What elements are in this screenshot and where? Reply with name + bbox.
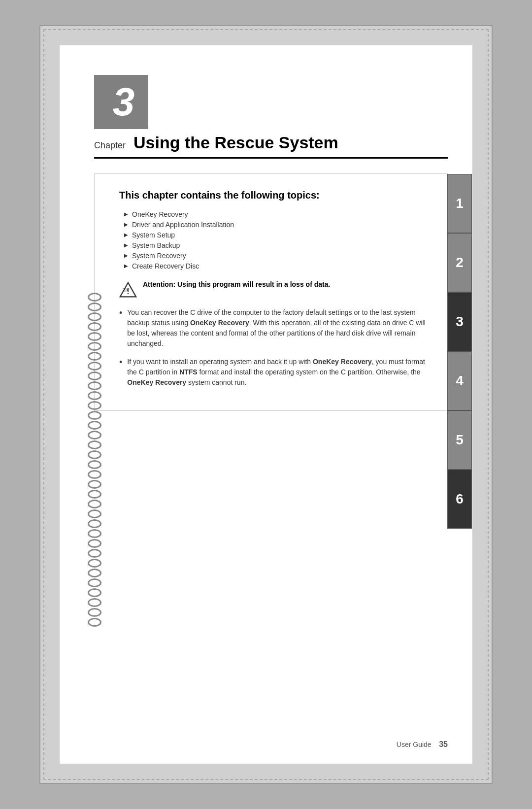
spiral-ring <box>88 381 101 390</box>
section-heading: This chapter contains the following topi… <box>119 189 432 202</box>
spiral-ring <box>88 608 101 617</box>
chapter-title: Using the Rescue System <box>133 133 338 152</box>
spiral-ring <box>88 490 101 499</box>
footer-guide-label: User Guide <box>397 741 432 748</box>
content-inner: This chapter contains the following topi… <box>119 189 432 388</box>
spiral-ring <box>88 303 101 311</box>
chapter-divider <box>94 157 448 159</box>
bullet-points: You can recover the C drive of the compu… <box>119 307 432 388</box>
topics-list: OneKey Recovery Driver and Application I… <box>119 210 432 270</box>
spiral-ring <box>88 450 101 459</box>
bullet-item-2: If you want to install an operating syst… <box>119 357 432 388</box>
spiral-ring <box>88 549 101 558</box>
footer-page-number: 35 <box>439 740 448 748</box>
spiral-ring <box>88 578 101 587</box>
spiral-ring <box>88 431 101 439</box>
chapter-number-box: 3 <box>94 75 148 129</box>
tab-3: 3 <box>447 292 472 351</box>
list-item: Driver and Application Installation <box>124 221 432 229</box>
spiral-ring <box>88 588 101 597</box>
warning-icon: ! )))) <box>119 281 137 299</box>
spiral-ring <box>88 401 101 410</box>
spiral-ring <box>88 421 101 430</box>
list-item: System Setup <box>124 231 432 239</box>
spiral-ring <box>88 293 101 302</box>
spiral-ring <box>88 539 101 548</box>
tab-5: 5 <box>447 410 472 470</box>
list-item: System Backup <box>124 241 432 249</box>
attention-text: Attention: Using this program will resul… <box>143 280 330 290</box>
chapter-tabs: 1 2 3 4 5 6 <box>447 174 472 529</box>
spiral-ring <box>88 569 101 577</box>
spiral-ring <box>88 342 101 351</box>
list-item: Create Recovery Disc <box>124 262 432 270</box>
spiral-ring <box>88 598 101 607</box>
attention-box: ! )))) Attention: Using this program wil… <box>119 280 432 299</box>
list-item: System Recovery <box>124 252 432 260</box>
tab-2: 2 <box>447 233 472 292</box>
spiral-ring <box>88 559 101 568</box>
spiral-ring <box>88 322 101 331</box>
tab-6: 6 <box>447 470 472 529</box>
page-outer: 3 Chapter Using the Rescue System <box>39 25 493 784</box>
spiral-ring <box>88 411 101 420</box>
spiral-ring <box>88 519 101 528</box>
spiral-ring <box>88 470 101 479</box>
spiral-ring <box>88 618 101 627</box>
spiral-ring <box>88 480 101 489</box>
spiral-ring <box>88 362 101 371</box>
chapter-number: 3 <box>113 79 135 125</box>
chapter-label: Chapter <box>94 140 126 151</box>
list-item: OneKey Recovery <box>124 210 432 218</box>
spiral-ring <box>88 440 101 449</box>
footer: User Guide 35 <box>397 740 448 749</box>
spiral-ring <box>88 529 101 538</box>
spiral-ring <box>88 391 101 400</box>
tab-1: 1 <box>447 174 472 233</box>
tab-4: 4 <box>447 351 472 410</box>
content-box: 1 2 3 4 5 6 This chapter contains the fo… <box>94 173 448 411</box>
spiral-ring <box>88 460 101 469</box>
spiral-ring <box>88 332 101 341</box>
page-inner: 3 Chapter Using the Rescue System <box>59 45 473 764</box>
spiral-ring <box>88 352 101 361</box>
svg-text:)))): )))) <box>123 287 128 292</box>
chapter-header: Chapter Using the Rescue System <box>94 133 448 152</box>
bullet-item-1: You can recover the C drive of the compu… <box>119 307 432 349</box>
spiral-ring <box>88 371 101 380</box>
spiral-ring <box>88 509 101 518</box>
spiral-binding <box>86 292 103 371</box>
spiral-ring <box>88 312 101 321</box>
spiral-ring <box>88 500 101 508</box>
